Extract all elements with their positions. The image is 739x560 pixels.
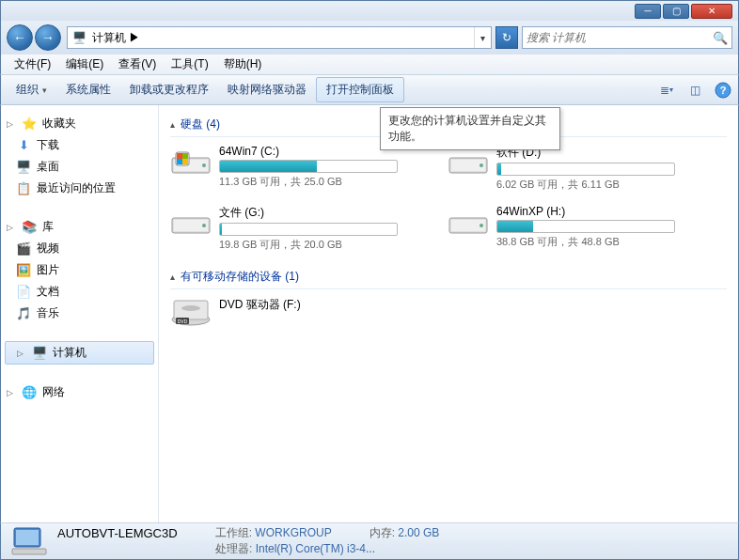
drive-name: 64WinXP (H:) (496, 205, 697, 218)
svg-rect-7 (182, 153, 188, 159)
dvd-icon: DVD (170, 297, 212, 329)
minimize-button[interactable]: ─ (635, 4, 661, 19)
address-text: 计算机 ▶ (90, 30, 474, 46)
recent-icon: 📋 (16, 181, 31, 196)
cpu-value: Intel(R) Core(TM) i3-4... (256, 542, 375, 555)
drive-item[interactable]: 64WinXP (H:) 38.8 GB 可用，共 48.8 GB (448, 205, 697, 252)
memory-label: 内存: (370, 526, 395, 539)
svg-text:DVD: DVD (178, 319, 188, 324)
star-icon: ⭐ (22, 117, 37, 132)
navigation-bar: ← → 🖥️ 计算机 ▶ ▾ ↻ 🔍 (0, 21, 739, 54)
workgroup-label: 工作组: (215, 526, 252, 539)
pictures-icon: 🖼️ (16, 263, 31, 278)
desktop-icon: 🖥️ (16, 160, 31, 175)
svg-rect-9 (182, 159, 188, 164)
sidebar-label: 桌面 (37, 159, 59, 175)
search-icon[interactable]: 🔍 (713, 31, 728, 45)
computer-icon (10, 526, 48, 556)
svg-point-12 (480, 163, 483, 167)
sidebar-label: 库 (42, 219, 54, 235)
sidebar-computer[interactable]: ▷🖥️计算机 (5, 341, 154, 365)
sidebar-library[interactable]: ▷📚库 (1, 216, 158, 238)
sidebar-downloads[interactable]: ⬇下载 (1, 134, 158, 156)
content-pane: ▴硬盘 (4) 64Win7 (C:) 11.3 GB 可用，共 25.0 GB… (159, 105, 738, 522)
svg-rect-25 (16, 530, 39, 545)
help-button[interactable]: ? (714, 81, 732, 100)
sidebar-videos[interactable]: 🎬视频 (1, 238, 158, 259)
svg-point-21 (181, 305, 200, 311)
computer-name: AUTOBVT-LEMGC3D (57, 526, 178, 540)
sidebar-network[interactable]: ▷🌐网络 (1, 381, 158, 403)
details-pane: AUTOBVT-LEMGC3D 工作组: WORKGROUP 内存: 2.00 … (0, 522, 739, 560)
drive-usage-bar (496, 220, 675, 233)
documents-icon: 📄 (16, 285, 31, 300)
navigation-sidebar: ▷⭐收藏夹 ⬇下载 🖥️桌面 📋最近访问的位置 ▷📚库 🎬视频 🖼️图片 📄文档… (1, 105, 159, 522)
chevron-down-icon: ▾ (42, 86, 47, 95)
network-icon: 🌐 (22, 385, 37, 400)
toolbar-organize[interactable]: 组织 ▾ (7, 78, 56, 101)
toolbar-uninstall[interactable]: 卸载或更改程序 (120, 78, 218, 101)
chevron-right-icon: ▷ (7, 119, 16, 129)
drive-dvd[interactable]: DVD DVD 驱动器 (F:) (170, 297, 419, 329)
sidebar-label: 下载 (37, 137, 59, 153)
section-title: 硬盘 (4) (181, 117, 220, 132)
refresh-button[interactable]: ↻ (495, 26, 518, 49)
music-icon: 🎵 (16, 306, 31, 321)
sidebar-documents[interactable]: 📄文档 (1, 281, 158, 303)
chevron-right-icon: ▷ (7, 223, 16, 232)
video-icon: 🎬 (16, 241, 31, 257)
sidebar-favorites[interactable]: ▷⭐收藏夹 (1, 113, 158, 134)
svg-point-15 (202, 224, 206, 227)
sidebar-music[interactable]: 🎵音乐 (1, 303, 158, 324)
menu-view[interactable]: 查看(V) (111, 54, 164, 74)
drive-status: 6.02 GB 可用，共 6.11 GB (496, 178, 697, 192)
drive-item[interactable]: 64Win7 (C:) 11.3 GB 可用，共 25.0 GB (170, 145, 419, 192)
drive-icon (170, 145, 212, 177)
computer-icon: 🖥️ (32, 346, 47, 361)
window-titlebar: ─ ▢ ✕ (0, 0, 739, 21)
address-dropdown[interactable]: ▾ (474, 27, 491, 48)
sidebar-desktop[interactable]: 🖥️桌面 (1, 156, 158, 178)
cpu-label: 处理器: (215, 542, 252, 555)
tooltip: 更改您的计算机设置并自定义其功能。 (380, 107, 560, 150)
sidebar-label: 计算机 (53, 345, 86, 361)
menu-help[interactable]: 帮助(H) (216, 54, 270, 74)
toolbar-properties[interactable]: 系统属性 (56, 78, 120, 101)
svg-point-18 (480, 224, 483, 227)
drive-status: 19.8 GB 可用，共 20.0 GB (219, 238, 419, 252)
drive-usage-bar (496, 163, 675, 176)
collapse-icon: ▴ (170, 272, 175, 282)
memory-value: 2.00 GB (398, 526, 439, 539)
sidebar-label: 图片 (37, 262, 59, 278)
search-box[interactable]: 🔍 (522, 26, 732, 49)
menu-file[interactable]: 文件(F) (7, 54, 58, 74)
search-input[interactable] (527, 31, 713, 44)
svg-rect-8 (177, 159, 182, 164)
menu-tools[interactable]: 工具(T) (164, 54, 215, 74)
svg-rect-26 (12, 549, 46, 554)
chevron-right-icon: ▷ (7, 388, 16, 397)
toolbar-network-drive[interactable]: 映射网络驱动器 (218, 78, 316, 101)
menu-edit[interactable]: 编辑(E) (58, 54, 111, 74)
sidebar-label: 网络 (42, 384, 65, 400)
drive-item[interactable]: 文件 (G:) 19.8 GB 可用，共 20.0 GB (170, 205, 419, 252)
drive-usage-bar (219, 223, 398, 236)
maximize-button[interactable]: ▢ (663, 4, 689, 19)
address-bar[interactable]: 🖥️ 计算机 ▶ ▾ (67, 26, 492, 49)
computer-icon: 🖥️ (68, 31, 90, 44)
preview-pane-button[interactable]: ◫ (685, 81, 704, 100)
drive-item[interactable]: 软件 (D:) 6.02 GB 可用，共 6.11 GB (448, 145, 697, 192)
menu-bar: 文件(F) 编辑(E) 查看(V) 工具(T) 帮助(H) (0, 54, 739, 75)
sidebar-label: 文档 (37, 284, 59, 300)
drive-icon (448, 205, 489, 237)
section-removable[interactable]: ▴有可移动存储的设备 (1) (170, 265, 727, 289)
toolbar-control-panel[interactable]: 打开控制面板 (316, 77, 404, 102)
sidebar-pictures[interactable]: 🖼️图片 (1, 259, 158, 281)
back-button[interactable]: ← (7, 24, 33, 51)
download-icon: ⬇ (16, 138, 31, 153)
drive-icon (170, 205, 212, 237)
sidebar-recent[interactable]: 📋最近访问的位置 (1, 178, 158, 199)
close-button[interactable]: ✕ (691, 4, 732, 19)
view-options-button[interactable]: ≣ ▾ (657, 81, 676, 100)
forward-button[interactable]: → (35, 24, 61, 51)
